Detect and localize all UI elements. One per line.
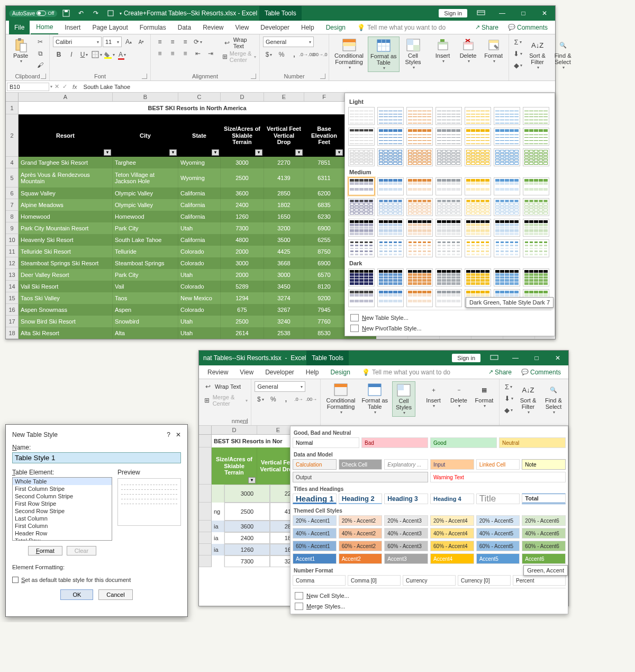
font-size-combo[interactable]: 11▾ bbox=[103, 37, 122, 47]
cell[interactable]: Vail bbox=[113, 281, 178, 292]
share-button[interactable]: Share bbox=[471, 24, 503, 31]
tab-home[interactable]: Home bbox=[31, 21, 58, 34]
table-style-swatch[interactable] bbox=[523, 198, 549, 216]
cell[interactable]: Utah bbox=[178, 327, 221, 339]
minimize-icon[interactable]: — bbox=[492, 6, 513, 21]
table-style-swatch[interactable] bbox=[377, 148, 404, 166]
cell-style-swatch[interactable]: 40% - Accent1 bbox=[293, 528, 337, 539]
decrease-font-icon[interactable]: A▾ bbox=[135, 37, 147, 47]
percent-icon[interactable]: % bbox=[276, 49, 287, 60]
launcher-icon[interactable] bbox=[142, 74, 147, 79]
table-style-swatch[interactable] bbox=[436, 198, 462, 216]
cell[interactable]: 1260 bbox=[224, 544, 270, 555]
row-header[interactable]: 2 bbox=[6, 114, 19, 157]
cell[interactable]: California bbox=[178, 211, 221, 222]
filter-dropdown-icon[interactable]: ▾ bbox=[212, 149, 219, 156]
increase-font-icon[interactable]: A▴ bbox=[123, 37, 134, 47]
row-header[interactable] bbox=[199, 532, 212, 544]
cell[interactable]: Park City bbox=[113, 269, 178, 281]
row-header[interactable]: 16 bbox=[6, 304, 19, 316]
table-style-swatch[interactable] bbox=[523, 268, 549, 286]
sheet-title[interactable]: BEST SKI Resorts in North America bbox=[19, 102, 376, 114]
align-center-icon[interactable]: ≡ bbox=[167, 48, 178, 59]
tab-formulas[interactable]: Formulas bbox=[134, 21, 171, 34]
table-style-swatch[interactable] bbox=[494, 107, 520, 125]
table-style-swatch[interactable] bbox=[436, 177, 462, 195]
table-style-swatch[interactable] bbox=[523, 219, 549, 237]
set-default-checkbox[interactable]: Set as default table style for this docu… bbox=[12, 577, 181, 583]
row-header[interactable]: 12 bbox=[6, 257, 19, 269]
cell[interactable]: 2500 bbox=[221, 168, 264, 187]
cell[interactable]: 3000 bbox=[221, 257, 264, 269]
cell-style-swatch[interactable]: 20% - Accent2 bbox=[339, 515, 383, 526]
close-icon[interactable]: ✕ bbox=[176, 431, 181, 438]
cell[interactable]: South Lake Tahoe bbox=[113, 234, 178, 246]
cell-style-swatch[interactable]: Input bbox=[430, 459, 474, 470]
table-style-swatch[interactable] bbox=[348, 198, 375, 216]
table-style-swatch[interactable] bbox=[494, 268, 520, 286]
cell-style-swatch[interactable]: 60% - Accent4 bbox=[430, 541, 474, 551]
cell[interactable]: 6900 bbox=[304, 257, 344, 269]
align-middle-icon[interactable]: ≡ bbox=[167, 37, 178, 47]
cell[interactable]: Colorado bbox=[178, 281, 221, 292]
autosum-icon[interactable]: Σ bbox=[503, 381, 514, 392]
table-style-swatch[interactable] bbox=[494, 219, 520, 237]
cell[interactable]: Steamboat Springs Ski Resort bbox=[19, 257, 113, 269]
table-style-swatch[interactable] bbox=[494, 239, 520, 257]
cell-styles-button[interactable]: Cell Styles bbox=[392, 381, 415, 417]
table-style-swatch[interactable] bbox=[348, 128, 375, 146]
tab-review[interactable]: Review bbox=[197, 21, 229, 34]
col-header[interactable]: C bbox=[178, 93, 221, 101]
cell-style-swatch[interactable]: 20% - Accent3 bbox=[384, 515, 428, 526]
conditional-formatting-button[interactable]: Conditional Formatting bbox=[332, 37, 366, 71]
align-right-icon[interactable]: ≡ bbox=[179, 48, 191, 59]
sort-filter-button[interactable]: A↓ZSort & Filter bbox=[526, 37, 549, 71]
tab-help[interactable]: Help bbox=[296, 21, 320, 34]
table-style-swatch[interactable] bbox=[348, 239, 375, 257]
cell[interactable]: 3274 bbox=[264, 292, 304, 304]
row-header[interactable]: 18 bbox=[6, 327, 19, 339]
table-header[interactable]: City▾ bbox=[113, 114, 178, 157]
sign-in-button[interactable]: Sign in bbox=[452, 354, 480, 362]
cell[interactable]: Targhee bbox=[113, 157, 178, 168]
cell-style-swatch[interactable]: Accent2 bbox=[339, 553, 383, 564]
filter-dropdown-icon[interactable]: ▾ bbox=[295, 149, 303, 156]
tab-design[interactable]: Design bbox=[325, 365, 356, 379]
table-style-swatch[interactable] bbox=[348, 289, 375, 307]
table-style-swatch[interactable] bbox=[406, 177, 433, 195]
table-style-swatch[interactable] bbox=[348, 177, 375, 195]
cell-style-swatch[interactable]: Percent bbox=[513, 575, 566, 586]
cell[interactable]: Vail Ski Resort bbox=[19, 281, 113, 292]
row-header[interactable]: 9 bbox=[6, 222, 19, 234]
tab-data[interactable]: Data bbox=[173, 21, 196, 34]
cell-style-swatch[interactable]: Currency bbox=[403, 575, 456, 586]
cell[interactable]: 2270 bbox=[264, 157, 304, 168]
cell[interactable]: Colorado bbox=[178, 246, 221, 257]
delete-button[interactable]: Delete bbox=[457, 37, 480, 65]
cell[interactable]: Après Vous & Rendezvous Mountain bbox=[19, 168, 113, 187]
cell[interactable]: 6200 bbox=[304, 187, 344, 199]
cell[interactable]: California bbox=[178, 199, 221, 211]
cell[interactable]: Snowbird bbox=[113, 316, 178, 327]
table-style-swatch[interactable] bbox=[406, 268, 433, 286]
cell-style-swatch[interactable]: Neutral bbox=[499, 437, 566, 448]
cell[interactable]: 2538 bbox=[264, 327, 304, 339]
table-header[interactable]: State▾ bbox=[178, 114, 221, 157]
cell[interactable]: 1260 bbox=[221, 211, 264, 222]
cell[interactable]: California bbox=[178, 187, 221, 199]
increase-decimal-icon[interactable]: .0→ bbox=[293, 394, 304, 405]
cell-style-swatch[interactable]: Accent6 bbox=[522, 553, 566, 564]
redo-icon[interactable]: ↷ bbox=[90, 8, 102, 19]
table-style-swatch[interactable] bbox=[406, 148, 433, 166]
list-item[interactable]: Whole Table bbox=[13, 478, 112, 485]
cell[interactable]: 3500 bbox=[264, 234, 304, 246]
cell-style-swatch[interactable]: Output bbox=[293, 472, 428, 482]
touch-mode-icon[interactable] bbox=[105, 8, 116, 19]
cell[interactable]: Aspen bbox=[113, 304, 178, 316]
table-element-list[interactable]: Whole TableFirst Column StripeSecond Col… bbox=[12, 477, 112, 541]
cell[interactable]: 7300 bbox=[221, 222, 264, 234]
cell[interactable]: 7851 bbox=[304, 157, 344, 168]
cell[interactable]: 1650 bbox=[264, 211, 304, 222]
align-top-icon[interactable]: ≡ bbox=[154, 37, 166, 47]
table-header[interactable]: Size/Acres of Skiable Terrain▾ bbox=[221, 114, 264, 157]
